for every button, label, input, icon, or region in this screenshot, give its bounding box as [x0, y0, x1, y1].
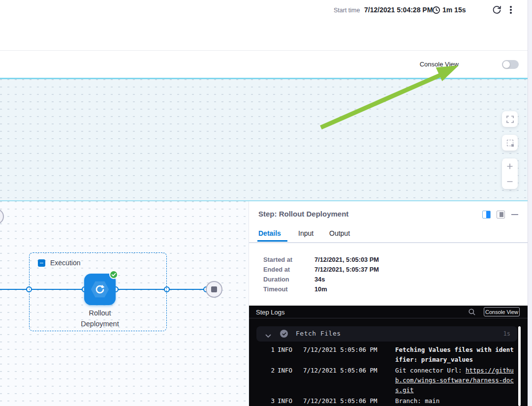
- fit-view-icon: [507, 140, 513, 146]
- detail-value: 7/12/2021, 5:05:03 PM: [314, 256, 379, 263]
- log-entries: 1 INFO 7/12/2021 5:05:06 PM Fetching Val…: [249, 345, 522, 406]
- log-section-header[interactable]: Fetch Files 1s: [256, 326, 517, 342]
- execution-group-label: Execution: [50, 259, 80, 267]
- node-label: Rollout Deployment: [61, 308, 139, 329]
- log-line-number: 2: [268, 366, 275, 375]
- log-line-number: 3: [268, 396, 275, 406]
- step-logs-title: Step Logs: [256, 309, 285, 316]
- rollout-deployment-node[interactable]: [84, 274, 116, 305]
- detail-label: Duration: [263, 276, 310, 283]
- log-timestamp: 7/12/2021 5:05:06 PM: [303, 366, 377, 375]
- console-view-label: Console View: [420, 61, 459, 68]
- refresh-icon[interactable]: [492, 4, 502, 17]
- pipeline-canvas-upper: [0, 79, 532, 200]
- log-level: INFO: [278, 396, 292, 406]
- tab-details[interactable]: Details: [258, 229, 281, 237]
- chevron-down-icon[interactable]: [265, 331, 271, 340]
- start-time-label: Start time: [334, 7, 360, 14]
- top-bar: Start time 7/12/2021 5:04:28 PM 1m 15s: [0, 0, 532, 51]
- zoom-card: [502, 158, 518, 189]
- log-section-duration: 1s: [503, 330, 510, 337]
- tab-input[interactable]: Input: [298, 229, 313, 237]
- detail-label: Ended at: [263, 266, 310, 273]
- tab-divider: [249, 242, 528, 243]
- check-circle-icon: [280, 330, 288, 338]
- toggle-knob: [502, 61, 510, 68]
- pipeline-canvas-lower: Execution Rollout Deployment: [0, 201, 249, 406]
- success-badge-icon: [109, 270, 118, 279]
- log-line: 1 INFO 7/12/2021 5:05:06 PM Fetching Val…: [249, 345, 522, 365]
- log-message: Git connector Url: https://github.com/wi…: [395, 366, 517, 395]
- log-viewer: Fetch Files 1s 1 INFO 7/12/2021 5:05:06 …: [249, 318, 528, 406]
- collapse-icon: [40, 263, 43, 264]
- log-level: INFO: [278, 345, 292, 355]
- zoom-out-button[interactable]: [502, 174, 518, 189]
- fit-view-button[interactable]: [502, 135, 518, 151]
- detail-label: Timeout: [263, 285, 310, 293]
- log-scrollbar[interactable]: [518, 326, 521, 406]
- fullscreen-button[interactable]: [502, 111, 518, 127]
- console-view-button[interactable]: Console View: [484, 307, 520, 316]
- log-line: 2 INFO 7/12/2021 5:05:06 PM Git connecto…: [249, 366, 522, 395]
- log-section-name: Fetch Files: [296, 330, 341, 337]
- step-details-panel: Step: Rollout Deployment Details Input O…: [249, 201, 528, 406]
- zoom-out-icon: [506, 178, 513, 185]
- detail-value: 7/12/2021, 5:05:37 PM: [314, 266, 379, 273]
- dot-grid: [0, 79, 532, 200]
- split-view-icon[interactable]: [482, 211, 491, 219]
- fullscreen-icon: [506, 116, 514, 123]
- detail-value: 10m: [314, 285, 327, 293]
- detail-label: Started at: [263, 256, 310, 263]
- page-scrollbar-gutter: [528, 0, 532, 406]
- rollout-redeploy-icon: [94, 283, 106, 297]
- pipeline-execution-page: Start time 7/12/2021 5:04:28 PM 1m 15s C…: [0, 0, 532, 406]
- search-icon[interactable]: [468, 308, 476, 318]
- log-level: INFO: [278, 366, 292, 375]
- minimize-panel-icon[interactable]: [511, 214, 518, 215]
- log-message: Fetching Values files with identifier: p…: [395, 345, 517, 365]
- kebab-menu-icon[interactable]: [507, 5, 514, 15]
- zoom-in-icon: [506, 163, 513, 170]
- active-tab-underline: [257, 240, 287, 242]
- elapsed-time: 1m 15s: [442, 6, 466, 14]
- log-message-prefix: Git connector Url:: [395, 367, 466, 374]
- log-line: 3 INFO 7/12/2021 5:05:06 PM Branch: main: [249, 396, 522, 406]
- end-node[interactable]: [206, 281, 222, 297]
- log-timestamp: 7/12/2021 5:05:06 PM: [303, 345, 377, 355]
- start-time-value: 7/12/2021 5:04:28 PM: [364, 6, 433, 14]
- collapse-group-button[interactable]: [38, 259, 45, 267]
- log-message: Branch: main: [395, 396, 517, 406]
- detail-value: 34s: [314, 276, 325, 283]
- zoom-in-button[interactable]: [502, 158, 518, 174]
- step-logs-bar: Step Logs Console View: [249, 306, 528, 318]
- offscreen-node: [0, 209, 3, 224]
- panel-view-icon[interactable]: [497, 211, 505, 219]
- clock-icon: [432, 6, 440, 16]
- panel-title: Step: Rollout Deployment: [258, 210, 348, 218]
- tab-output[interactable]: Output: [329, 229, 350, 237]
- stage-toolbar: Console View: [0, 51, 532, 78]
- log-line-number: 1: [268, 345, 275, 355]
- log-timestamp: 7/12/2021 5:05:06 PM: [303, 396, 377, 406]
- console-view-toggle[interactable]: [502, 60, 519, 69]
